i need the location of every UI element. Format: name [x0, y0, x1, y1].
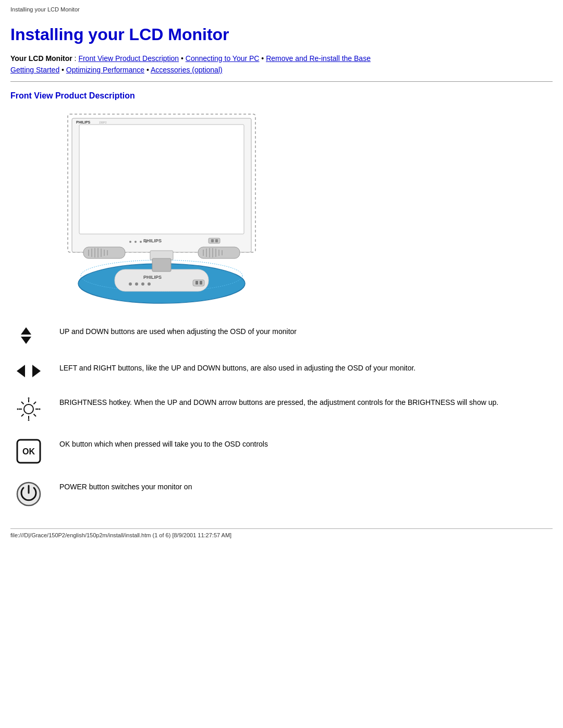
- svg-point-36: [141, 282, 144, 286]
- svg-text:150P2: 150P2: [99, 121, 107, 124]
- svg-rect-7: [211, 239, 214, 242]
- svg-rect-39: [195, 281, 198, 285]
- feature-text-brightness: BRIGHTNESS hotkey. When the UP and DOWN …: [59, 395, 553, 408]
- feature-row-leftright: LEFT and RIGHT buttons, like the UP and …: [10, 361, 553, 380]
- section-front-view-title: Front View Product Description: [10, 91, 553, 101]
- nav-link-accessories[interactable]: Accessories (optional): [151, 66, 223, 74]
- feature-text-leftright: LEFT and RIGHT buttons, like the UP and …: [59, 361, 553, 374]
- svg-rect-40: [200, 281, 202, 285]
- feature-row-ok: OK OK button which when pressed will tak…: [10, 437, 553, 465]
- svg-point-46: [24, 404, 33, 414]
- svg-point-58: [39, 408, 41, 410]
- svg-line-51: [21, 402, 24, 404]
- svg-point-35: [135, 282, 138, 286]
- svg-point-55: [28, 397, 30, 399]
- nav-link-getting-started[interactable]: Getting Started: [10, 66, 59, 74]
- svg-point-10: [134, 241, 137, 243]
- svg-rect-41: [152, 258, 171, 272]
- svg-rect-8: [215, 239, 218, 242]
- monitor-illustration: PHILIPS 150P2 PHILIPS: [52, 109, 271, 309]
- power-button-icon: [10, 479, 47, 508]
- nav-link-connecting[interactable]: Connecting to Your PC: [186, 54, 260, 63]
- svg-text:PHILIPS: PHILIPS: [76, 120, 91, 124]
- feature-text-updown: UP and DOWN buttons are used when adjust…: [59, 324, 553, 337]
- brightness-icon: [10, 395, 47, 422]
- monitor-image: PHILIPS 150P2 PHILIPS: [52, 109, 553, 309]
- feature-row-brightness: BRIGHTNESS hotkey. When the UP and DOWN …: [10, 395, 553, 422]
- svg-point-57: [17, 408, 19, 410]
- svg-line-52: [34, 414, 36, 416]
- svg-marker-42: [21, 327, 31, 335]
- feature-row-power: POWER button switches your monitor on: [10, 479, 553, 508]
- svg-point-34: [129, 282, 132, 286]
- svg-point-11: [140, 241, 142, 243]
- svg-point-56: [28, 419, 30, 421]
- page-title: Installing your LCD Monitor: [10, 25, 553, 44]
- nav-link-optimizing[interactable]: Optimizing Performance: [66, 66, 144, 74]
- left-right-arrows-icon: [10, 361, 47, 380]
- ok-button-icon: OK: [10, 437, 47, 465]
- feature-list: UP and DOWN buttons are used when adjust…: [10, 324, 553, 508]
- browser-tab-label: Installing your LCD Monitor: [10, 4, 553, 16]
- nav-links: Your LCD Monitor : Front View Product De…: [10, 53, 553, 76]
- svg-line-54: [21, 414, 24, 416]
- feature-text-ok: OK button which when pressed will take y…: [59, 437, 553, 450]
- svg-marker-45: [32, 365, 41, 377]
- svg-rect-38: [193, 280, 204, 286]
- status-bar: file:///D|/Grace/150P2/english/150p2m/in…: [10, 528, 553, 538]
- nav-link-remove[interactable]: Remove and Re-install the Base: [266, 54, 371, 63]
- svg-rect-6: [209, 238, 220, 243]
- svg-marker-44: [17, 365, 25, 377]
- svg-text:OK: OK: [22, 447, 35, 456]
- feature-text-power: POWER button switches your monitor on: [59, 479, 553, 492]
- nav-prefix: Your LCD Monitor: [10, 54, 72, 63]
- svg-point-9: [129, 241, 131, 243]
- svg-marker-43: [21, 337, 31, 344]
- svg-point-12: [145, 241, 147, 243]
- feature-row-updown: UP and DOWN buttons are used when adjust…: [10, 324, 553, 346]
- divider: [10, 81, 553, 82]
- svg-line-53: [34, 402, 36, 404]
- nav-link-front-view[interactable]: Front View Product Description: [78, 54, 179, 63]
- svg-point-37: [148, 282, 151, 286]
- up-down-arrows-icon: [10, 324, 47, 346]
- svg-text:PHILIPS: PHILIPS: [143, 275, 162, 280]
- svg-rect-2: [79, 125, 244, 234]
